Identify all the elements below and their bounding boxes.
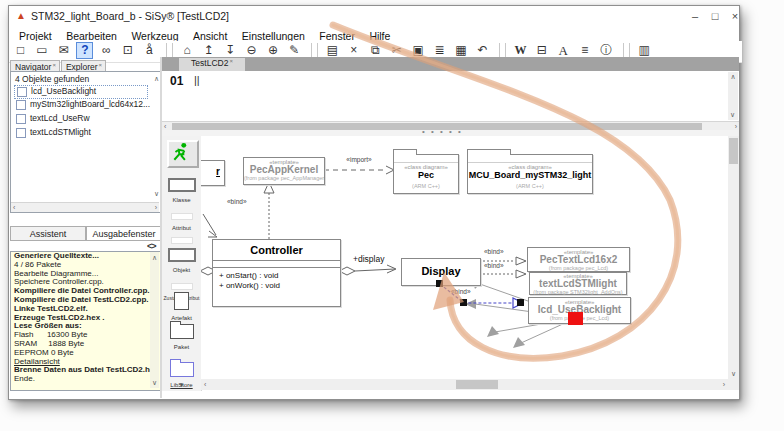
class-node-pectextlcd16x2[interactable]: «template» PecTextLcd16x2 (from package …	[527, 247, 630, 272]
close-icon[interactable]: ×	[229, 58, 233, 64]
tree-item-label: myStm32lightBoard_lcd64x12...	[30, 99, 150, 109]
palette-scroll-down[interactable]: ▾	[162, 381, 201, 389]
runner-icon	[169, 142, 193, 162]
checkbox-icon[interactable]	[16, 100, 26, 110]
palette-label: Objekt	[162, 267, 201, 273]
scroll-up-icon[interactable]: ∧	[154, 75, 159, 82]
tab-testlcd2[interactable]: TestLCD2×	[179, 58, 245, 71]
close-icon[interactable]: ×	[99, 62, 103, 68]
tree-item-label: lcd_UseBacklight	[31, 86, 96, 96]
scroll-right-icon[interactable]: ›	[735, 123, 737, 130]
checkbox-icon[interactable]	[16, 114, 26, 124]
package-icon	[170, 324, 194, 339]
artifact-icon	[174, 292, 189, 310]
close-button[interactable]: ×	[727, 9, 743, 23]
divider	[213, 260, 340, 261]
editor-line: 01	[170, 74, 183, 88]
palette-item-artefakt[interactable]: Artefakt	[162, 292, 201, 321]
tree-item[interactable]: lcd_UseBacklight	[14, 85, 148, 99]
node-name: Pec	[394, 170, 458, 180]
tree-item[interactable]: myStm32lightBoard_lcd64x12...	[14, 99, 146, 111]
tree-item[interactable]: textLcdSTMlight	[14, 127, 146, 139]
app-window: ▲ STM32_light_Board_b - SiSy® [TestLCD2]…	[8, 5, 740, 400]
checkbox-icon[interactable]	[17, 87, 27, 97]
tree-item[interactable]: textLcd_UseRw	[14, 113, 146, 125]
code-view-icon[interactable]: <>	[147, 241, 156, 251]
palette-item-attribut[interactable]: Attribut	[162, 206, 201, 231]
tree-item-label: textLcd_UseRw	[30, 113, 90, 123]
class-node-textlcdstmlight[interactable]: «template» textLcdSTMlight (from package…	[529, 272, 627, 295]
scrollbar-thumb[interactable]	[456, 380, 498, 389]
port-marker[interactable]	[517, 299, 524, 306]
display-role-label: +display	[353, 254, 384, 264]
tree-hscrollbar[interactable]: ‹ ›	[11, 202, 159, 212]
tab-ausgabefenster[interactable]: Ausgabefenster	[86, 226, 162, 241]
title-bar[interactable]: ▲ STM32_light_Board_b - SiSy® [TestLCD2]…	[9, 6, 739, 26]
output-line: Ende.	[11, 375, 161, 384]
app-icon: ▲	[16, 10, 26, 21]
diagram-vscrollbar[interactable]: ∨	[728, 136, 739, 379]
class-icon	[168, 178, 196, 192]
checkbox-icon[interactable]	[16, 128, 26, 138]
scrollbar-thumb[interactable]	[729, 138, 738, 164]
operation: + onStart() : void	[213, 271, 340, 281]
output-scrollbar[interactable]: ∧ ∨	[150, 252, 159, 388]
package-node-pec[interactable]: «class diagram» Pec (ARM C++)	[393, 154, 459, 194]
class-node-controller[interactable]: Controller + onStart() : void + onWork()…	[212, 239, 341, 307]
bind-label: «bind»	[484, 262, 504, 269]
scroll-down-icon[interactable]: ∨	[152, 379, 157, 386]
scroll-down-icon[interactable]: ∨	[731, 370, 736, 377]
close-icon[interactable]: ×	[52, 62, 56, 68]
tab-assistent[interactable]: Assistent	[10, 226, 86, 241]
scroll-left-icon[interactable]: ‹	[13, 204, 15, 211]
scroll-right-icon[interactable]: ›	[723, 381, 725, 388]
selected-port-marker[interactable]	[568, 312, 583, 325]
package-node-mcu[interactable]: «class diagram» MCU_Board_mySTM32_light …	[467, 154, 593, 194]
output-window: Generiere Quelltexte... 4 / 86 Pakete Be…	[10, 251, 162, 391]
node-name: Controller	[213, 245, 340, 255]
object-icon	[168, 248, 196, 262]
editor-cursor: ||	[194, 74, 200, 86]
language: (ARM C++)	[468, 183, 592, 189]
palette-item-klasse[interactable]: Klasse	[162, 178, 201, 203]
menu-bar: Projekt Bearbeiten Werkzeug Ansicht Eins…	[9, 26, 739, 41]
explorer-tabbar: Navigator×Explorer×Modifier-Explorer×	[10, 57, 162, 71]
port-marker[interactable]	[436, 280, 443, 287]
diagram-hscrollbar[interactable]: ‹ ›	[201, 379, 728, 390]
document-tabbar: TestLCD2×	[162, 57, 739, 71]
port-marker[interactable]	[460, 299, 467, 306]
scroll-down-icon[interactable]: ∨	[730, 111, 735, 119]
scroll-down-icon[interactable]: ∨	[154, 190, 159, 197]
language: (ARM C++)	[394, 183, 458, 189]
bottom-tabbar: AssistentAusgabefenster	[10, 223, 162, 239]
minimize-button[interactable]: –	[687, 9, 703, 23]
resize-grip[interactable]	[728, 379, 739, 390]
class-node-clipped[interactable]: r	[201, 160, 225, 186]
palette-item-paket[interactable]: Paket	[162, 320, 201, 350]
splitter-grip[interactable]: • • • • •	[422, 127, 463, 136]
bind-label: «bind»	[484, 248, 504, 255]
scroll-left-icon[interactable]: ‹	[204, 381, 206, 388]
scroll-up-icon[interactable]: ∧	[152, 254, 157, 261]
divider	[394, 162, 458, 163]
scroll-left-icon[interactable]: ‹	[164, 123, 166, 130]
code-editor[interactable]: 01 || ∧ ∨	[162, 71, 739, 121]
class-node-pecappkernel[interactable]: «template» PecAppKernel (from package pe…	[243, 157, 325, 185]
object-tree: 4 Objekte gefunden lcd_UseBacklight mySt…	[10, 71, 162, 213]
diagram-canvas[interactable]: «import» «bind» «bind» «bind» «bind» +di…	[201, 136, 728, 379]
import-label: «import»	[329, 156, 389, 163]
operation-icon	[171, 237, 193, 244]
divider	[213, 267, 340, 268]
node-name: Display	[402, 266, 480, 276]
scroll-up-icon[interactable]: ∧	[728, 73, 738, 81]
scroll-right-icon[interactable]: ›	[155, 204, 157, 211]
editor-vscrollbar[interactable]: ∧ ∨	[728, 72, 738, 120]
palette-label: Klasse	[162, 197, 201, 203]
bind-label: «bind»	[451, 288, 471, 295]
from-package: (from package pec_Lcd)	[528, 265, 629, 271]
palette-item-objekt[interactable]: Objekt	[162, 248, 201, 273]
from-package: (from package STM32light_AddOns)	[530, 289, 626, 295]
maximize-button[interactable]: □	[707, 9, 723, 23]
run-compile-button[interactable]	[167, 140, 199, 168]
operation: + onWork() : void	[213, 281, 340, 291]
